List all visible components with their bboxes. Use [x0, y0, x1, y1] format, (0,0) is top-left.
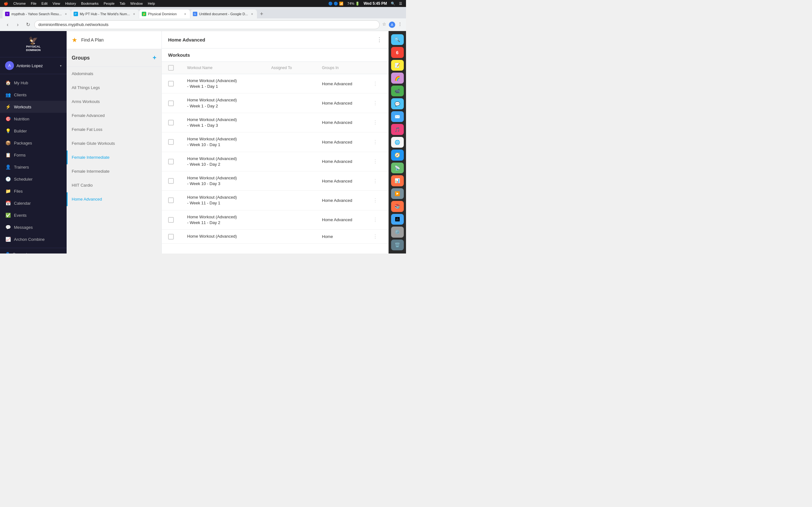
- tab-4[interactable]: G Untitled document - Google D... ×: [190, 9, 257, 18]
- sidebar-item-events[interactable]: ✅ Events: [0, 209, 67, 221]
- search-icon[interactable]: 🔍: [391, 2, 395, 6]
- row-7-workout-name[interactable]: Home Workout (Advanced)- Week 11 - Day 1: [187, 194, 271, 206]
- row-4-more-icon[interactable]: ⋮: [373, 139, 382, 145]
- sidebar-item-workouts[interactable]: ⚡ Workouts: [0, 101, 67, 113]
- sidebar-item-trainers[interactable]: 👤 Trainers: [0, 161, 67, 173]
- sidebar-item-builder[interactable]: 💡 Builder: [0, 125, 67, 137]
- support-button[interactable]: 👤 Support ▾: [5, 252, 61, 253]
- sidebar-item-archon[interactable]: 📈 Archon Combine: [0, 233, 67, 245]
- tab-3[interactable]: ⚡ Physical Dominion ×: [139, 9, 190, 18]
- row-9-workout-name[interactable]: Home Workout (Advanced): [187, 233, 271, 239]
- tab-1[interactable]: Y mypthub - Yahoo Search Resu... ×: [3, 9, 71, 18]
- chrome-menu-icon[interactable]: ⋮: [398, 21, 402, 28]
- sidebar-item-files[interactable]: 📁 Files: [0, 185, 67, 197]
- dock-item-quicktime[interactable]: ▶️: [391, 188, 404, 199]
- group-item-hiit-cardio[interactable]: HIIT Cardio: [67, 178, 161, 192]
- row-2-workout-name[interactable]: Home Workout (Advanced)- Week 1 - Day 2: [187, 97, 271, 109]
- sidebar-item-nutrition[interactable]: 🎯 Nutrition: [0, 113, 67, 125]
- dock-item-books[interactable]: 📚: [391, 201, 404, 212]
- group-item-female-intermediate-1[interactable]: Female Intermediate: [67, 151, 161, 164]
- tab-4-close[interactable]: ×: [250, 12, 254, 16]
- dock-item-appstore[interactable]: 🅰: [391, 214, 404, 225]
- sidebar-user[interactable]: A Antonio Lopez ▾: [0, 57, 67, 74]
- tab-2[interactable]: P My PT Hub - The World's Num... ×: [71, 9, 139, 18]
- menu-help[interactable]: Help: [148, 2, 155, 5]
- sidebar-item-my-hub[interactable]: 🏠 My Hub: [0, 77, 67, 89]
- row-3-checkbox[interactable]: [168, 120, 174, 125]
- dock-item-photos[interactable]: 🌈: [391, 72, 404, 83]
- sidebar-item-messages[interactable]: 💬 Messages: [0, 221, 67, 233]
- row-9-checkbox[interactable]: [168, 234, 174, 239]
- menu-bookmarks[interactable]: Bookmarks: [81, 2, 99, 5]
- menu-window[interactable]: Window: [131, 2, 143, 5]
- row-8-workout-name[interactable]: Home Workout (Advanced)- Week 11 - Day 2: [187, 214, 271, 226]
- dock-item-calendar[interactable]: 6: [391, 47, 404, 58]
- bookmark-icon[interactable]: ☆: [382, 21, 386, 28]
- dock-item-finder[interactable]: 🔍: [391, 34, 404, 45]
- tab-1-close[interactable]: ×: [64, 12, 68, 16]
- group-item-home-advanced[interactable]: Home Advanced: [67, 192, 161, 206]
- menu-history[interactable]: History: [65, 2, 76, 5]
- tab-2-close[interactable]: ×: [132, 12, 136, 16]
- menu-people[interactable]: People: [104, 2, 114, 5]
- row-5-checkbox[interactable]: [168, 159, 174, 164]
- row-5-workout-name[interactable]: Home Workout (Advanced)- Week 10 - Day 2: [187, 156, 271, 167]
- menu-file[interactable]: File: [31, 2, 37, 5]
- row-7-more-icon[interactable]: ⋮: [373, 198, 382, 204]
- dock-item-facetime[interactable]: 📹: [391, 86, 404, 96]
- group-item-female-intermediate-2[interactable]: Female Intermediate: [67, 164, 161, 178]
- row-4-checkbox[interactable]: [168, 139, 174, 145]
- sidebar-item-scheduler[interactable]: 🕐 Scheduler: [0, 173, 67, 185]
- row-6-workout-name[interactable]: Home Workout (Advanced)- Week 10 - Day 3: [187, 175, 271, 187]
- add-group-button[interactable]: +: [153, 54, 156, 61]
- row-9-more-icon[interactable]: ⋮: [373, 233, 382, 239]
- row-1-more-icon[interactable]: ⋮: [373, 81, 382, 87]
- select-all-checkbox[interactable]: [168, 65, 174, 71]
- dock-item-messages[interactable]: 💬: [391, 98, 404, 109]
- row-3-workout-name[interactable]: Home Workout (Advanced)- Week 1 - Day 3: [187, 117, 271, 128]
- row-6-checkbox[interactable]: [168, 178, 174, 184]
- dock-item-facetime2[interactable]: 📡: [391, 163, 404, 173]
- row-8-checkbox[interactable]: [168, 217, 174, 223]
- dock-item-charts[interactable]: 📊: [391, 175, 404, 186]
- apple-icon[interactable]: 🍎: [4, 2, 8, 6]
- app-name[interactable]: Chrome: [13, 2, 26, 5]
- url-bar[interactable]: dominionfitness.mypthub.net/workouts: [34, 20, 380, 29]
- group-item-female-glute-workouts[interactable]: Female Glute Workouts: [67, 136, 161, 151]
- panel-more-icon[interactable]: ⋮: [376, 36, 382, 43]
- find-plan-banner[interactable]: ★ Find A Plan: [67, 31, 161, 49]
- row-8-more-icon[interactable]: ⋮: [373, 217, 382, 223]
- row-2-more-icon[interactable]: ⋮: [373, 100, 382, 106]
- menu-view[interactable]: View: [53, 2, 60, 5]
- row-4-workout-name[interactable]: Home Workout (Advanced)- Week 10 - Day 1: [187, 136, 271, 148]
- dock-item-music[interactable]: 🎵: [391, 124, 404, 135]
- dock-item-settings[interactable]: ⚙️: [391, 227, 404, 237]
- account-icon[interactable]: A: [389, 21, 395, 28]
- row-5-more-icon[interactable]: ⋮: [373, 158, 382, 164]
- menu-edit[interactable]: Edit: [42, 2, 48, 5]
- back-button[interactable]: ‹: [4, 21, 11, 29]
- group-item-female-advanced[interactable]: Female Advanced: [67, 109, 161, 123]
- group-item-arms-workouts[interactable]: Arms Workouts: [67, 95, 161, 109]
- forward-button[interactable]: ›: [14, 21, 21, 29]
- row-6-more-icon[interactable]: ⋮: [373, 178, 382, 184]
- new-tab-button[interactable]: +: [257, 9, 266, 18]
- tab-3-close[interactable]: ×: [183, 12, 188, 16]
- sidebar-item-forms[interactable]: 📋 Forms: [0, 149, 67, 161]
- group-item-abdominals[interactable]: Abdominals: [67, 67, 161, 81]
- row-7-checkbox[interactable]: [168, 198, 174, 203]
- sidebar-item-calendar[interactable]: 📅 Calendar: [0, 197, 67, 209]
- reload-button[interactable]: ↻: [24, 21, 32, 29]
- menu-tab[interactable]: Tab: [119, 2, 125, 5]
- dock-item-notes[interactable]: 📝: [391, 60, 404, 71]
- dock-item-chrome[interactable]: 🌐: [391, 137, 404, 148]
- sidebar-item-packages[interactable]: 📦 Packages: [0, 137, 67, 149]
- control-center-icon[interactable]: ☰: [399, 2, 402, 6]
- row-2-checkbox[interactable]: [168, 101, 174, 106]
- group-item-female-fat-loss[interactable]: Female Fat Loss: [67, 123, 161, 136]
- dock-item-trash[interactable]: 🗑️: [391, 239, 404, 250]
- group-item-all-things-legs[interactable]: All Things Legs: [67, 81, 161, 95]
- dock-item-mail[interactable]: ✉️: [391, 111, 404, 122]
- row-1-checkbox[interactable]: [168, 81, 174, 87]
- row-1-workout-name[interactable]: Home Workout (Advanced)- Week 1 - Day 1: [187, 78, 271, 89]
